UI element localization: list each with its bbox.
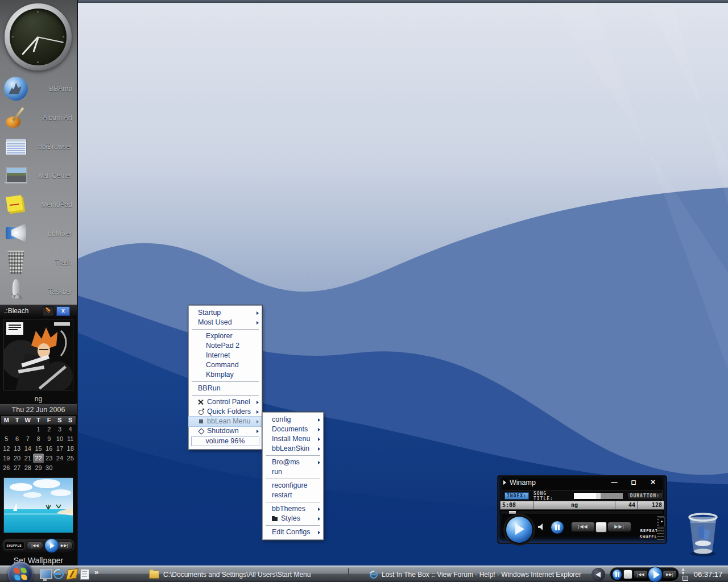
calendar-day-cell[interactable]: 4: [65, 425, 76, 434]
calendar-day-cell[interactable]: 6: [12, 434, 23, 444]
calendar-day-cell[interactable]: 20: [12, 454, 23, 463]
menu-item-shutdown[interactable]: Shutdown: [189, 426, 262, 436]
menu-item-startup[interactable]: Startup: [189, 308, 262, 318]
calendar-day-cell[interactable]: 21: [22, 454, 33, 463]
close-icon[interactable]: x: [56, 306, 70, 316]
calendar-day-cell[interactable]: 14: [22, 444, 33, 454]
calendar-day-cell[interactable]: 19: [1, 454, 12, 463]
calendar-day-cell[interactable]: 15: [33, 444, 44, 454]
menu-item-config[interactable]: config: [263, 415, 323, 425]
menu-item-edit-configs[interactable]: Edit Configs: [263, 527, 323, 537]
menu-item-bro-ms[interactable]: Bro@ms: [263, 458, 323, 467]
calendar-day-cell[interactable]: 10: [55, 434, 65, 444]
dock-item-album-art[interactable]: Album Art: [0, 103, 77, 132]
tray-collapse-button[interactable]: [592, 568, 605, 581]
previous-button[interactable]: |◀◀: [27, 541, 44, 550]
recycle-bin-icon[interactable]: [684, 510, 722, 558]
calendar-day-cell[interactable]: 9: [44, 434, 55, 444]
calendar-day-cell[interactable]: 13: [12, 444, 23, 454]
pause-button[interactable]: [612, 569, 622, 580]
calendar-day-cell[interactable]: 18: [65, 444, 76, 454]
menu-item-control-panel[interactable]: Control Panel: [189, 397, 262, 407]
repeat-label[interactable]: REPEAT: [640, 529, 658, 533]
menu-item-bbrun[interactable]: BBRun: [189, 384, 262, 393]
calendar-day-cell[interactable]: 5: [1, 434, 12, 444]
calendar-day-cell[interactable]: 1: [33, 425, 44, 434]
tray-scroll-arrows[interactable]: ▲▼: [681, 567, 685, 575]
previous-button[interactable]: |◀◀: [634, 570, 648, 579]
menu-item-bbleanskin[interactable]: bbLeanSkin: [263, 444, 323, 454]
seek-progress-bar[interactable]: [573, 492, 623, 500]
play-button[interactable]: [505, 516, 533, 544]
menu-item-command[interactable]: Command: [189, 360, 262, 370]
seek-slider[interactable]: [500, 510, 664, 514]
widget-titlebar[interactable]: .:Bleach x: [0, 305, 77, 317]
calendar-day-cell[interactable]: 16: [44, 444, 55, 454]
previous-button[interactable]: |◀◀: [571, 522, 595, 532]
calendar-day-cell[interactable]: 2: [44, 425, 55, 434]
start-orb[interactable]: [8, 562, 33, 582]
taskbar-task-explorer[interactable]: C:\Documents and Settings\All Users\Star…: [149, 566, 311, 582]
menu-item-run[interactable]: run: [263, 467, 323, 477]
menu-item-internet[interactable]: Internet: [189, 351, 262, 360]
volume-handle[interactable]: [659, 517, 665, 526]
calendar-day-cell[interactable]: 24: [55, 454, 65, 463]
dock-item-bbmixer[interactable]: bbMixer: [0, 219, 77, 248]
menu-item-notepad-2[interactable]: NotePad 2: [189, 341, 262, 351]
dock-item-trash[interactable]: Trash: [0, 248, 77, 277]
calendar-day-cell[interactable]: 22: [33, 454, 44, 463]
ie-icon[interactable]: [52, 567, 66, 581]
calendar-day-cell[interactable]: 25: [65, 454, 76, 463]
calendar-day-cell[interactable]: 8: [33, 434, 44, 444]
calendar-day-cell[interactable]: 28: [22, 463, 33, 473]
menu-item-volume-96-[interactable]: volume 96%: [191, 436, 259, 446]
menu-item-most-used[interactable]: Most Used: [189, 318, 262, 327]
menu-item-documents[interactable]: Documents: [263, 425, 323, 434]
menu-item-kbmplay[interactable]: Kbmplay: [189, 370, 262, 380]
menu-item-quick-folders[interactable]: Quick Folders: [189, 407, 262, 417]
menu-item-bbthemes[interactable]: bbThemes: [263, 504, 323, 514]
dock-item-bbamp[interactable]: BBAmp: [0, 74, 77, 103]
menu-item-reconfigure[interactable]: reconfigure: [263, 481, 323, 490]
close-button[interactable]: ✕: [648, 479, 658, 486]
calendar-day-cell[interactable]: 17: [55, 444, 65, 454]
shuffle-button[interactable]: SHUFFLE: [4, 542, 24, 550]
calendar-day-cell[interactable]: 26: [1, 463, 12, 473]
calendar-day-cell[interactable]: 7: [22, 434, 33, 444]
calendar-day-cell[interactable]: 23: [44, 454, 55, 463]
calendar-day-cell[interactable]: 29: [33, 463, 44, 473]
overflow-chevron[interactable]: »: [94, 568, 98, 576]
dock-item-wall-center[interactable]: Wall Center: [0, 161, 77, 190]
next-button[interactable]: ▶▶|: [607, 522, 631, 532]
menu-item-restart[interactable]: restart: [263, 490, 323, 500]
stop-button[interactable]: [595, 522, 607, 533]
notepad-icon[interactable]: [80, 569, 89, 580]
winamp-window[interactable]: Winamp — ◻ ✕ INDEX: SONG TITLE: DURATION…: [498, 476, 667, 543]
seek-handle[interactable]: [509, 511, 516, 514]
display-icon[interactable]: [40, 569, 52, 579]
index-label[interactable]: INDEX:: [504, 492, 529, 500]
menu-item-bblean-menu[interactable]: bbLean Menu: [189, 417, 262, 426]
calendar-day-cell[interactable]: 27: [12, 463, 23, 473]
stop-button[interactable]: [623, 569, 632, 579]
menu-item-explorer[interactable]: Explorer: [189, 331, 262, 341]
menu-item-install-menu[interactable]: Install Menu: [263, 434, 323, 444]
minimize-button[interactable]: —: [609, 479, 619, 486]
play-button[interactable]: [648, 567, 662, 582]
dock-item-bbibrowser[interactable]: bbiBrowser: [0, 132, 77, 161]
dock-item-taskbar[interactable]: Taskbar: [0, 277, 77, 306]
taskbar-task-ie[interactable]: Lost In The Box :: View Forum - Help! - …: [370, 566, 581, 582]
next-button[interactable]: ▶▶|: [663, 570, 677, 579]
calendar-day-cell[interactable]: 11: [65, 434, 76, 444]
calendar-day-cell[interactable]: 12: [1, 444, 12, 454]
menu-item-styles[interactable]: Styles: [263, 514, 323, 523]
pause-button[interactable]: [551, 521, 564, 534]
restore-window-icon[interactable]: [682, 576, 688, 581]
calendar-day-cell[interactable]: 3: [55, 425, 65, 434]
dock-item-memopad[interactable]: MemoPad: [0, 190, 77, 219]
wallpaper-thumbnail[interactable]: [3, 477, 73, 533]
calendar-day-cell[interactable]: 30: [44, 463, 55, 473]
winamp-menu-icon[interactable]: [503, 480, 506, 485]
maximize-button[interactable]: ◻: [628, 479, 639, 486]
pin-icon[interactable]: [43, 306, 54, 316]
